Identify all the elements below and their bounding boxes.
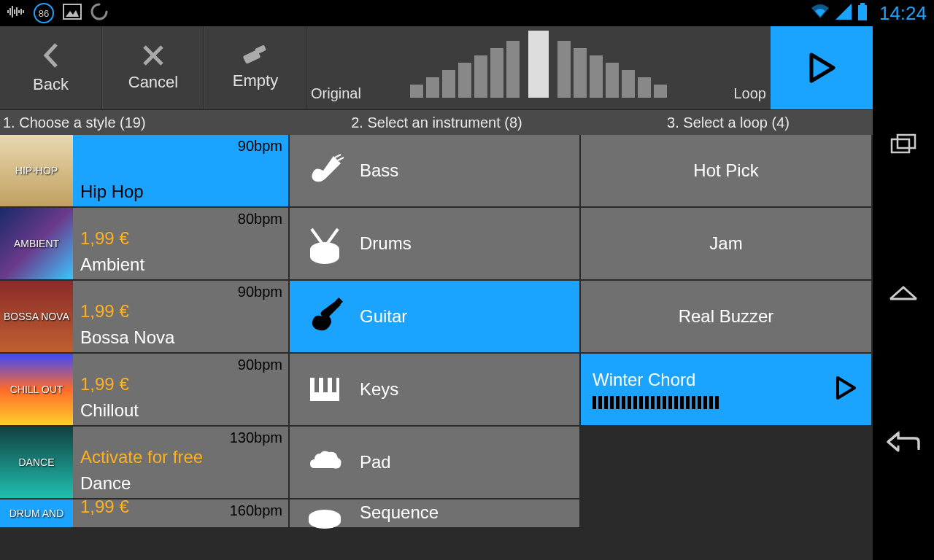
style-bpm: 130bpm (230, 429, 282, 446)
cancel-button[interactable]: Cancel (102, 26, 204, 109)
instrument-name: Sequence (360, 502, 439, 523)
style-bpm: 80bpm (238, 211, 282, 228)
style-row[interactable]: Ambient 1,99 € Ambient 80bpm (0, 208, 288, 281)
style-row[interactable]: Chill Out 1,99 € Chillout 90bpm (0, 354, 288, 427)
tab-loop: 3. Select a loop (4) (581, 110, 873, 135)
loop-name: Winter Chord (593, 370, 860, 390)
loop-name: Hot Pick (693, 160, 758, 181)
back-button[interactable]: Back (0, 26, 102, 109)
style-row[interactable]: Dance Activate for free Dance 130bpm (0, 427, 288, 499)
loop-name: Jam (709, 233, 742, 254)
instrument-row[interactable]: Drums (290, 208, 579, 281)
loops-column[interactable]: Hot Pick Jam Real Buzzer Winter Chord (581, 135, 873, 560)
bass-icon (304, 150, 345, 191)
nav-bar (873, 26, 934, 560)
loop-label: Loop (734, 85, 767, 102)
style-thumb: Ambient (0, 208, 73, 279)
instrument-name: Bass (360, 160, 398, 181)
svg-line-23 (312, 229, 323, 245)
loop-progress (593, 396, 860, 409)
svg-rect-27 (314, 378, 319, 392)
style-info: 1,99 € Bossa Nova 90bpm (73, 281, 288, 352)
style-info: 1,99 € 160bpm (73, 499, 288, 527)
style-thumb: Dance (0, 427, 73, 498)
svg-marker-9 (66, 10, 79, 17)
instrument-name: Keys (360, 379, 398, 400)
waveform-right (557, 41, 667, 98)
style-bpm: 90bpm (238, 284, 282, 300)
loop-row[interactable]: Real Buzzer (581, 281, 871, 354)
status-bar: 86 14:24 (0, 0, 934, 26)
svg-rect-12 (858, 5, 867, 20)
instrument-row[interactable]: Bass (290, 135, 579, 208)
image-icon (63, 4, 82, 23)
style-row[interactable]: drum and 1,99 € 160bpm (0, 499, 288, 529)
style-name: Chillout (80, 400, 281, 421)
instrument-row[interactable]: Guitar (290, 281, 579, 354)
instrument-name: Pad (360, 452, 391, 472)
svg-rect-2 (12, 6, 13, 18)
status-left: 86 (7, 3, 108, 23)
instrument-row[interactable]: Keys (290, 354, 579, 427)
badge-icon: 86 (34, 3, 54, 23)
style-name: Dance (80, 473, 281, 494)
svg-line-18 (335, 155, 341, 158)
original-label: Original (311, 85, 361, 102)
back-nav-button[interactable] (886, 429, 921, 455)
svg-rect-1 (9, 8, 11, 15)
svg-point-32 (309, 514, 341, 529)
style-thumb: Chill Out (0, 354, 73, 425)
play-button[interactable] (771, 26, 873, 109)
style-thumb: Hip-Hop (0, 135, 73, 206)
style-row[interactable]: Hip-Hop Hip Hop 90bpm (0, 135, 288, 208)
svg-rect-0 (7, 10, 9, 13)
style-price: Activate for free (80, 447, 281, 467)
recent-apps-button[interactable] (886, 131, 921, 158)
waveform-peak (528, 31, 549, 98)
style-name: Bossa Nova (80, 327, 281, 348)
keys-icon (304, 369, 345, 410)
home-button[interactable] (886, 280, 921, 306)
style-name: Ambient (80, 254, 281, 275)
svg-rect-3 (14, 9, 15, 14)
style-price: 1,99 € (80, 228, 281, 249)
instrument-row[interactable]: Pad (290, 427, 579, 499)
loop-name: Real Buzzer (679, 306, 774, 327)
svg-rect-34 (892, 139, 909, 152)
style-thumb: drum and (0, 499, 73, 527)
guitar-icon (304, 296, 345, 337)
svg-rect-29 (332, 378, 336, 392)
style-bpm: 90bpm (238, 138, 282, 155)
instrument-row[interactable]: Sequence (290, 499, 579, 529)
instrument-name: Guitar (360, 306, 407, 327)
play-icon[interactable] (835, 376, 857, 403)
tab-instrument: 2. Select an instrument (8) (290, 110, 581, 135)
svg-rect-5 (18, 10, 20, 13)
swirl-icon (90, 3, 108, 23)
instruments-column[interactable]: Bass Drums Guitar Keys Pad Sequence (290, 135, 581, 560)
style-info: 1,99 € Chillout 90bpm (73, 354, 288, 425)
style-name: Hip Hop (80, 182, 281, 202)
battery-icon (857, 3, 868, 23)
styles-column[interactable]: Hip-Hop Hip Hop 90bpm Ambient 1,99 € Amb… (0, 135, 290, 560)
svg-marker-33 (838, 378, 854, 398)
app-area: Back Cancel Empty Original Loop 1. Choos… (0, 26, 873, 560)
waveform-display[interactable]: Original Loop (306, 26, 771, 109)
empty-button[interactable]: Empty (204, 26, 306, 109)
loop-row[interactable]: Winter Chord (581, 354, 871, 427)
style-info: Hip Hop 90bpm (73, 135, 288, 206)
waveform-left (410, 41, 520, 98)
svg-marker-17 (811, 55, 833, 81)
wifi-icon (811, 4, 830, 23)
style-row[interactable]: Bossa Nova 1,99 € Bossa Nova 90bpm (0, 281, 288, 354)
tab-style: 1. Choose a style (19) (0, 110, 290, 135)
columns: Hip-Hop Hip Hop 90bpm Ambient 1,99 € Amb… (0, 135, 873, 560)
loop-row[interactable]: Hot Pick (581, 135, 871, 208)
tabs-row: 1. Choose a style (19) 2. Select an inst… (0, 110, 873, 135)
instrument-name: Drums (360, 233, 412, 254)
svg-rect-4 (16, 7, 18, 16)
style-bpm: 90bpm (238, 357, 282, 373)
style-thumb: Bossa Nova (0, 281, 73, 352)
audio-icon (7, 5, 25, 21)
loop-row[interactable]: Jam (581, 208, 871, 281)
